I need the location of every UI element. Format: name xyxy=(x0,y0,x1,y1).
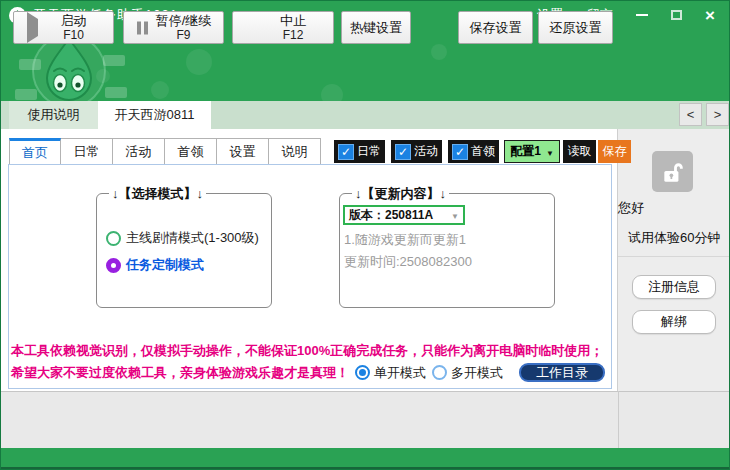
unlock-icon xyxy=(660,159,686,185)
license-status-tile xyxy=(652,151,693,192)
mode-group-title: ↓【选择模式】↓ xyxy=(109,185,206,203)
mode-select-groupbox: ↓【选择模式】↓ xyxy=(96,193,272,308)
maximize-icon xyxy=(671,10,682,20)
main-story-mode-label: 主线剧情模式(1-300级) xyxy=(126,229,259,247)
multi-open-mode-label: 多开模式 xyxy=(451,364,503,382)
tab-daily[interactable]: 日常 xyxy=(61,138,113,165)
start-button[interactable]: 启动 F10 xyxy=(13,11,114,44)
app-window: 开天西游任务助手1021 设置 留言 × xyxy=(0,0,730,470)
minimize-icon xyxy=(636,14,648,16)
minimize-button[interactable] xyxy=(629,4,655,26)
inner-tab-strip: 首页 日常 活动 首领 设置 说明 xyxy=(9,138,321,165)
single-open-mode-label: 单开模式 xyxy=(374,364,426,382)
tab-scroll-right-button[interactable] xyxy=(706,103,729,126)
unbind-button[interactable]: 解绑 xyxy=(632,310,716,334)
stop-hotkey: F12 xyxy=(283,28,304,42)
radio-checked-icon[interactable] xyxy=(106,258,121,273)
close-icon: × xyxy=(705,7,715,24)
radio-unchecked-icon[interactable] xyxy=(432,365,447,380)
bottom-row: 希望大家不要过度依赖工具，亲身体验游戏乐趣才是真理！ 单开模式 多开模式 工作目… xyxy=(11,363,609,382)
daily-checkbox-label: 日常 xyxy=(357,143,381,160)
boss-checkbox-chip[interactable]: 首领 xyxy=(448,140,499,163)
main-story-mode-option[interactable]: 主线剧情模式(1-300级) xyxy=(106,229,259,247)
config-select[interactable]: 配置1 xyxy=(504,140,560,163)
checkbox-checked-icon[interactable] xyxy=(338,144,354,160)
multi-open-mode-option[interactable]: 多开模式 xyxy=(432,364,503,382)
checkbox-checked-icon[interactable] xyxy=(395,144,411,160)
tab-settings[interactable]: 设置 xyxy=(217,138,269,165)
radio-unchecked-icon[interactable] xyxy=(106,231,121,246)
version-select[interactable]: 版本：250811A xyxy=(343,205,465,225)
action-bar xyxy=(1,391,730,448)
hotkey-settings-button[interactable]: 热键设置 xyxy=(341,11,411,44)
save-config-button[interactable]: 保存 xyxy=(598,140,631,163)
start-hotkey: F10 xyxy=(63,28,84,42)
update-note-1: 1.随游戏更新而更新1 xyxy=(344,231,466,249)
trial-status-text: 试用体验60分钟 xyxy=(628,229,720,247)
tab-activity[interactable]: 活动 xyxy=(113,138,165,165)
tab-game-0811[interactable]: 开天西游0811 xyxy=(98,101,211,129)
custom-task-mode-option[interactable]: 任务定制模式 xyxy=(106,256,204,274)
warning-line-2: 希望大家不要过度依赖工具，亲身体验游戏乐趣才是真理！ xyxy=(11,364,349,382)
daily-checkbox-chip[interactable]: 日常 xyxy=(334,140,385,163)
activity-checkbox-label: 活动 xyxy=(414,143,438,160)
action-bar-divider xyxy=(618,391,619,448)
pause-button-label: 暂停/继续 xyxy=(156,13,212,28)
greeting-text: 您好 xyxy=(618,199,644,217)
pause-resume-button[interactable]: 暂停/继续 F9 xyxy=(123,11,224,44)
single-open-mode-option[interactable]: 单开模式 xyxy=(355,364,426,382)
tab-help[interactable]: 说明 xyxy=(269,138,321,165)
maximize-button[interactable] xyxy=(663,4,689,26)
tab-home[interactable]: 首页 xyxy=(9,138,61,165)
version-select-value: 版本：250811A xyxy=(349,207,433,224)
pause-hotkey: F9 xyxy=(176,28,190,42)
update-group-title: ↓【更新内容】↓ xyxy=(352,185,449,203)
chevron-down-icon xyxy=(546,145,554,159)
bottom-status-strip xyxy=(1,448,730,470)
close-button[interactable]: × xyxy=(697,4,723,26)
restore-settings-button[interactable]: 还原设置 xyxy=(538,11,613,44)
start-button-label: 启动 xyxy=(61,13,87,28)
config-select-value: 配置1 xyxy=(510,143,541,160)
read-config-button[interactable]: 读取 xyxy=(563,140,596,163)
save-settings-button[interactable]: 保存设置 xyxy=(458,11,533,44)
checkbox-checked-icon[interactable] xyxy=(452,144,468,160)
radio-checked-icon[interactable] xyxy=(355,365,370,380)
update-note-2: 更新时间:2508082300 xyxy=(344,253,472,271)
tab-usage-help[interactable]: 使用说明 xyxy=(9,101,98,129)
boss-checkbox-label: 首领 xyxy=(471,143,495,160)
sidebar-divider xyxy=(618,256,730,257)
tab-boss[interactable]: 首领 xyxy=(165,138,217,165)
stop-button[interactable]: 中止 F12 xyxy=(232,11,334,44)
tab-scroll-left-button[interactable] xyxy=(679,103,702,126)
document-tabbar: 使用说明 开天西游0811 xyxy=(1,101,730,129)
custom-task-mode-label: 任务定制模式 xyxy=(126,256,204,274)
register-info-button[interactable]: 注册信息 xyxy=(632,275,716,299)
chevron-down-icon xyxy=(451,208,459,222)
activity-checkbox-chip[interactable]: 活动 xyxy=(391,140,442,163)
stop-button-label: 中止 xyxy=(280,13,306,28)
work-directory-button[interactable]: 工作目录 xyxy=(519,363,605,382)
warning-line-1: 本工具依赖视觉识别，仅模拟手动操作，不能保证100%正确完成任务，只能作为离开电… xyxy=(11,342,609,360)
